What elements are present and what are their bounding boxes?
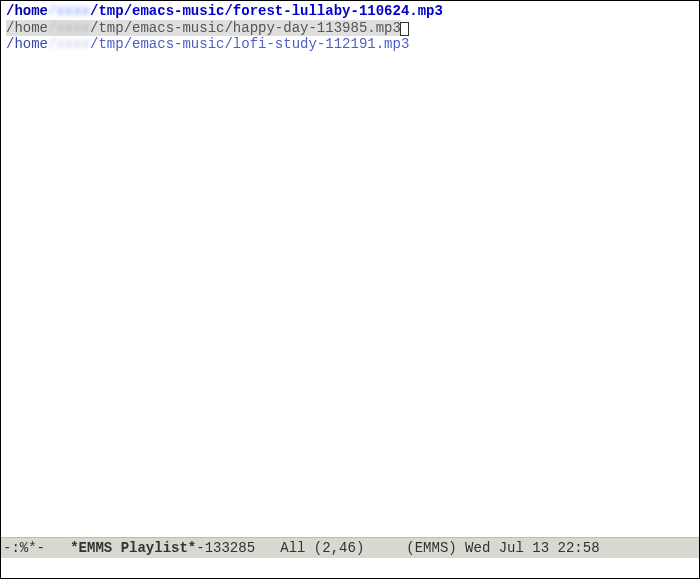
- path-redacted: /xxxx: [48, 3, 90, 19]
- modeline-mode: (EMMS): [373, 540, 465, 556]
- path-suffix: /tmp/emacs-music/lofi-study-112191.mp3: [90, 36, 409, 52]
- modeline-buffer-name: *EMMS Playlist*: [70, 540, 196, 556]
- cursor: [400, 22, 409, 36]
- path-prefix: /home: [6, 36, 48, 52]
- emacs-window: /home/xxxx/tmp/emacs-music/forest-lullab…: [1, 1, 699, 578]
- path-suffix: /tmp/emacs-music/forest-lullaby-110624.m…: [90, 3, 443, 19]
- track-row-current[interactable]: /home/xxxx/tmp/emacs-music/forest-lullab…: [6, 3, 694, 20]
- track-row[interactable]: /home/xxxx/tmp/emacs-music/lofi-study-11…: [6, 36, 694, 53]
- track-row-selected[interactable]: /home/xxxx/tmp/emacs-music/happy-day-113…: [6, 20, 694, 37]
- path-redacted: /xxxx: [48, 20, 90, 36]
- playlist-buffer[interactable]: /home/xxxx/tmp/emacs-music/forest-lullab…: [1, 1, 699, 537]
- path-redacted: /xxxx: [48, 36, 90, 52]
- path-prefix: /home: [6, 3, 48, 19]
- path-suffix: /tmp/emacs-music/happy-day-113985.mp3: [90, 20, 401, 36]
- minibuffer[interactable]: [1, 558, 699, 578]
- modeline-buffer-suffix: -133285: [196, 540, 255, 556]
- path-prefix: /home: [6, 20, 48, 36]
- modeline-datetime: Wed Jul 13 22:58: [465, 540, 599, 556]
- mode-line[interactable]: -:%*- *EMMS Playlist*-133285 All (2,46) …: [1, 537, 699, 558]
- modeline-position: All (2,46): [255, 540, 373, 556]
- modeline-status: -:%*-: [3, 540, 70, 556]
